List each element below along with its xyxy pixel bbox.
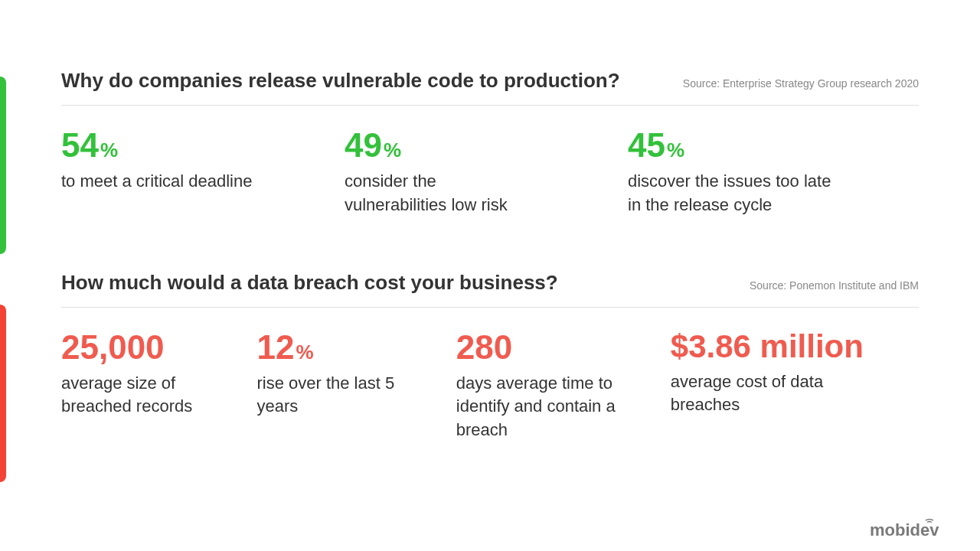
stat-item: 25,000 average size of breached records (61, 331, 256, 442)
stat-value: 280 (456, 331, 671, 364)
stat-label: days average time to identify and contai… (456, 372, 625, 442)
stat-value: 25,000 (61, 331, 256, 364)
stat-item: 54% to meet a critical deadline (61, 129, 345, 217)
stat-item: 45% discover the issues too late in the … (628, 129, 911, 217)
section1-source: Source: Enterprise Strategy Group resear… (683, 77, 919, 90)
stat-label: average size of breached records (61, 372, 214, 419)
stat-label: to meet a critical deadline (61, 170, 345, 194)
section1-title: Why do companies release vulnerable code… (61, 69, 620, 93)
stat-item: 12% rise over the last 5 years (256, 331, 456, 442)
section2: How much would a data breach cost your b… (61, 271, 919, 442)
stat-label: discover the issues too late in the rele… (628, 170, 842, 217)
logo-mobidev: mobidev (870, 517, 962, 539)
svg-text:mobidev: mobidev (870, 520, 939, 539)
content: Why do companies release vulnerable code… (61, 69, 919, 442)
stat-value: 45% (628, 129, 911, 162)
stat-item: 280 days average time to identify and co… (456, 331, 671, 442)
section2-stats: 25,000 average size of breached records … (61, 331, 919, 442)
stat-label: consider the vulnerabilities low risk (345, 170, 536, 217)
section2-title: How much would a data breach cost your b… (61, 271, 558, 295)
stat-item: 49% consider the vulnerabilities low ris… (345, 129, 628, 217)
stat-value: 12% (256, 331, 456, 364)
section1-header: Why do companies release vulnerable code… (61, 69, 919, 106)
section2-header: How much would a data breach cost your b… (61, 271, 919, 308)
accent-bar-green (0, 77, 6, 254)
logo-icon: mobidev (870, 517, 962, 539)
section2-source: Source: Ponemon Institute and IBM (750, 279, 919, 292)
accent-bar-red (0, 305, 6, 482)
stat-value: 54% (61, 129, 345, 162)
section1-stats: 54% to meet a critical deadline 49% cons… (61, 129, 919, 217)
stat-value: 49% (345, 129, 628, 162)
stat-value: $3.86 million (671, 331, 919, 363)
stat-label: rise over the last 5 years (256, 372, 394, 419)
stat-label: average cost of data breaches (671, 370, 839, 418)
stat-item: $3.86 million average cost of data breac… (671, 331, 919, 442)
